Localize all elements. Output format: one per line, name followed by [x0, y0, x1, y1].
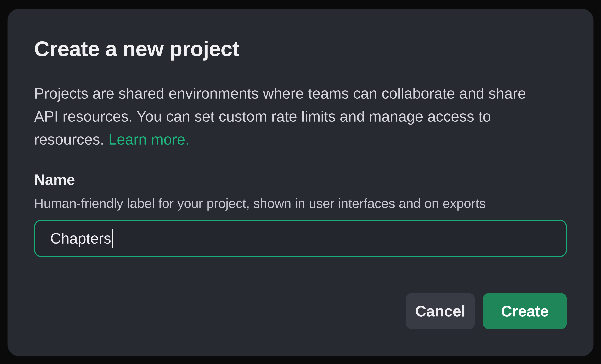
- description-line-3: resources.: [34, 131, 104, 148]
- dialog-description: Projects are shared environments where t…: [34, 82, 567, 151]
- description-line-2: API resources. You can set custom rate l…: [34, 108, 491, 125]
- project-name-value: Chapters: [50, 229, 111, 248]
- create-button[interactable]: Create: [483, 293, 567, 329]
- text-caret: [112, 229, 113, 248]
- dialog-title: Create a new project: [34, 36, 567, 62]
- description-line-1: Projects are shared environments where t…: [34, 85, 526, 102]
- name-field-label: Name: [34, 170, 567, 189]
- modal-backdrop: Create a new project Projects are shared…: [0, 0, 601, 364]
- cancel-button[interactable]: Cancel: [406, 293, 475, 329]
- create-project-dialog: Create a new project Projects are shared…: [8, 9, 593, 356]
- name-field-helper: Human-friendly label for your project, s…: [34, 194, 567, 213]
- learn-more-link[interactable]: Learn more.: [109, 131, 190, 148]
- project-name-input[interactable]: Chapters: [34, 220, 567, 257]
- dialog-actions: Cancel Create: [34, 293, 567, 329]
